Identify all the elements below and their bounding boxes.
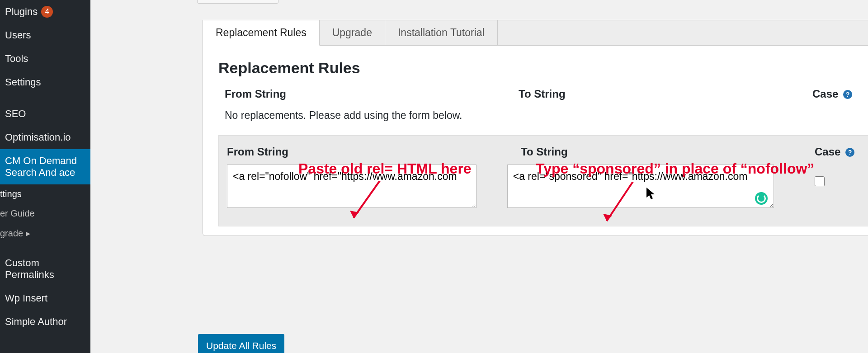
sidebar-subitem-label: grade ▸	[0, 228, 30, 238]
tab-label: Upgrade	[332, 27, 372, 38]
sidebar-item-wp-insert[interactable]: Wp Insert	[0, 287, 90, 310]
case-checkbox-wrap	[815, 165, 868, 188]
plugin-count-badge: 4	[41, 6, 53, 18]
sidebar-subitem-upgrade[interactable]: grade ▸	[0, 223, 90, 243]
col-header-to: To String	[519, 88, 812, 100]
sidebar-item-plugins[interactable]: Plugins 4	[0, 0, 90, 24]
sidebar-item-label: CM On Demand Search And ace	[5, 155, 85, 179]
sidebar-item-simple-author[interactable]: Simple Author	[0, 310, 90, 334]
sidebar-subitem-user-guide[interactable]: er Guide	[0, 204, 90, 223]
form-col-from: From String	[227, 146, 521, 158]
sidebar-item-label: Custom Permalinks	[5, 257, 85, 281]
col-header-case: Case ?	[812, 88, 868, 100]
tab-replacement-rules[interactable]: Replacement Rules	[203, 20, 320, 46]
sidebar-item-settings[interactable]: Settings	[0, 71, 90, 94]
help-icon[interactable]: ?	[845, 148, 854, 157]
sidebar-item-label: Wp Insert	[5, 292, 47, 304]
to-string-input[interactable]	[507, 165, 774, 208]
form-inputs-row: Add Rule	[219, 165, 868, 226]
sidebar-item-label: SEO	[5, 108, 26, 120]
tab-upgrade[interactable]: Upgrade	[320, 20, 385, 45]
sidebar-item-label: Settings	[5, 76, 41, 88]
form-col-case: Case ?	[815, 146, 868, 158]
sidebar-subitem-label: er Guide	[0, 208, 35, 218]
form-col-to: To String	[521, 146, 815, 158]
main-content: Replacement Rules Upgrade Installation T…	[90, 0, 868, 353]
col-header-from: From String	[225, 88, 519, 100]
admin-sidebar: Plugins 4 Users Tools Settings SEO Optim…	[0, 0, 90, 353]
sidebar-item-tools[interactable]: Tools	[0, 47, 90, 71]
sidebar-item-label: Optimisation.io	[5, 132, 71, 143]
add-rule-form: From String To String Case ? Options	[218, 135, 868, 226]
sidebar-item-label: Plugins	[5, 6, 38, 18]
sidebar-item-label: Simple Author	[5, 316, 67, 328]
settings-tabs: Replacement Rules Upgrade Installation T…	[203, 20, 868, 46]
column-headers: From String To String Case ? Options	[218, 88, 868, 109]
sidebar-item-optimisation[interactable]: Optimisation.io	[0, 126, 90, 149]
sidebar-item-label: Users	[5, 29, 31, 41]
form-column-headers: From String To String Case ? Options	[219, 136, 868, 165]
sidebar-subitem-settings[interactable]: ttings	[0, 184, 90, 204]
case-checkbox[interactable]	[815, 176, 825, 186]
sidebar-item-users[interactable]: Users	[0, 24, 90, 47]
sidebar-item-cm-search-replace[interactable]: CM On Demand Search And ace	[0, 149, 90, 184]
top-button-stub	[197, 0, 278, 4]
sidebar-item-custom-permalinks[interactable]: Custom Permalinks	[0, 251, 90, 287]
form-col-case-label: Case	[815, 146, 840, 158]
sidebar-item-label: Tools	[5, 53, 28, 65]
help-icon[interactable]: ?	[843, 90, 852, 99]
empty-message: No replacements. Please add using the fo…	[218, 109, 868, 135]
tab-label: Replacement Rules	[216, 27, 307, 38]
from-string-input[interactable]	[227, 165, 476, 208]
col-header-case-label: Case	[812, 88, 838, 100]
replacement-rules-panel: Replacement Rules From String To String …	[203, 46, 868, 236]
tab-label: Installation Tutorial	[398, 27, 485, 38]
tab-installation-tutorial[interactable]: Installation Tutorial	[385, 20, 498, 45]
grammarly-icon[interactable]	[755, 192, 768, 205]
sidebar-item-seo[interactable]: SEO	[0, 102, 90, 126]
sidebar-subitem-label: ttings	[0, 189, 22, 199]
update-all-rules-button[interactable]: Update All Rules	[198, 334, 284, 353]
panel-title: Replacement Rules	[218, 46, 868, 88]
